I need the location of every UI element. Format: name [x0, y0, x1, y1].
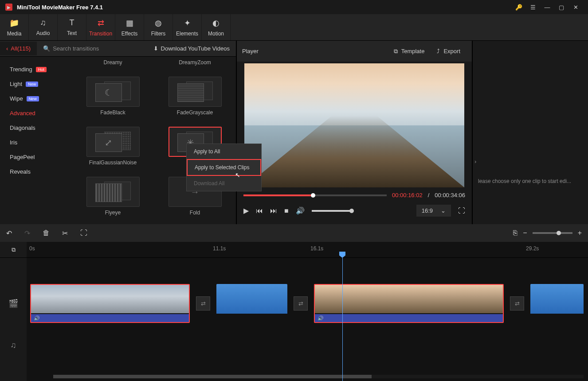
volume-slider[interactable]: [312, 210, 352, 212]
trans-dreamyzoom[interactable]: DreamyZoom: [163, 59, 227, 71]
title-bar: ▶ MiniTool MovieMaker Free 7.4.1 🔑 ☰ — ▢…: [0, 0, 588, 14]
trans-finalgaussian[interactable]: ⤢FinalGaussianNoise: [81, 127, 145, 171]
all-filter[interactable]: ‹All(115): [0, 42, 37, 55]
preview-still: [244, 63, 464, 187]
export-button[interactable]: ⤴Export: [431, 48, 466, 54]
maximize-button[interactable]: ▢: [554, 0, 568, 14]
cat-wipe[interactable]: WipeNew: [0, 91, 67, 106]
delete-button[interactable]: 🗑: [43, 229, 50, 237]
tab-text[interactable]: TText: [58, 14, 86, 40]
timeline-scrollbar[interactable]: [53, 375, 584, 378]
cat-light[interactable]: LightNew: [0, 77, 67, 91]
split-button[interactable]: ✂: [62, 229, 68, 237]
play-button[interactable]: ▶: [243, 206, 249, 215]
properties-hint: lease choose only one clip to start edi.…: [478, 178, 571, 184]
prev-frame-button[interactable]: ⏮: [256, 207, 263, 215]
ctx-apply-all[interactable]: Apply to All: [187, 144, 261, 159]
time-duration: 00:00:34:06: [435, 192, 465, 198]
next-frame-button[interactable]: ⏭: [270, 207, 277, 215]
fit-button[interactable]: ⎘: [513, 229, 517, 237]
flyeye-thumb: [86, 177, 140, 207]
tab-filters[interactable]: ◍Filters: [144, 14, 173, 40]
playhead[interactable]: [342, 252, 345, 381]
player-title: Player: [242, 48, 388, 54]
main-toolbar: 📁Media ♫Audio TText ⇄Transition ▦Effects…: [0, 14, 588, 41]
export-icon: ⤴: [437, 48, 440, 54]
fullscreen-button[interactable]: ⛶: [458, 207, 465, 215]
chevron-right-icon[interactable]: ›: [474, 158, 476, 165]
zoom-out-button[interactable]: −: [523, 229, 527, 237]
effects-icon: ▦: [126, 18, 133, 28]
aspect-ratio-select[interactable]: 16:9⌄: [416, 205, 451, 217]
cat-advanced[interactable]: Advanced: [0, 106, 67, 121]
template-icon: ⧉: [394, 48, 398, 55]
clip-1[interactable]: 🔊: [30, 284, 190, 323]
transition-slot-1[interactable]: ⇄: [196, 296, 210, 311]
category-list: TrendingHot LightNew WipeNew Advanced Di…: [0, 57, 67, 224]
trans-fadeblack[interactable]: ☾FadeBlack: [81, 77, 145, 121]
video-preview[interactable]: [240, 63, 469, 187]
cat-pagepeel[interactable]: PagePeel: [0, 150, 67, 164]
key-icon[interactable]: 🔑: [512, 0, 526, 14]
transition-icon: ⇄: [98, 18, 104, 28]
time-current: 00:00:16:02: [392, 192, 423, 198]
search-icon: 🔍: [43, 45, 50, 52]
add-track-button[interactable]: ⧉: [0, 242, 27, 258]
transition-slot-3[interactable]: ⇄: [510, 296, 524, 311]
stop-button[interactable]: ■: [284, 207, 289, 215]
tab-motion[interactable]: ◐Motion: [202, 14, 231, 40]
speaker-icon: 🔊: [34, 315, 40, 321]
fadeblack-thumb: ☾: [86, 77, 140, 107]
player-panel: Player ⧉Template ⤴Export 00:00:16:02 / 0…: [237, 41, 472, 224]
audio-track-icon: ♫: [0, 324, 27, 366]
hot-badge: Hot: [36, 67, 47, 72]
finalgaussian-thumb: ⤢: [86, 127, 140, 157]
transition-slot-2[interactable]: ⇄: [294, 296, 308, 311]
music-icon: ♫: [40, 18, 46, 27]
zoom-slider[interactable]: [533, 232, 572, 234]
text-icon: T: [70, 18, 74, 27]
folder-icon: 📁: [9, 18, 19, 28]
context-menu: Apply to All Apply to Selected Clips Dow…: [186, 144, 262, 191]
ctx-apply-selected[interactable]: Apply to Selected Clips: [187, 159, 261, 176]
tab-elements[interactable]: ✦Elements: [173, 14, 202, 40]
ruler-tick: 16.1s: [310, 245, 323, 252]
trans-fadegrayscale[interactable]: FadeGrayscale: [163, 77, 227, 121]
download-youtube[interactable]: ⬇Download YouTube Videos: [147, 45, 236, 52]
close-button[interactable]: ✕: [568, 0, 583, 14]
cat-reveals[interactable]: Reveals: [0, 164, 67, 179]
ruler-tick: 11.1s: [213, 245, 226, 252]
progress-handle[interactable]: [311, 193, 315, 198]
tab-audio[interactable]: ♫Audio: [29, 14, 58, 40]
undo-button[interactable]: ↶: [6, 229, 12, 237]
volume-icon[interactable]: 🔊: [296, 206, 305, 215]
redo-button[interactable]: ↷: [24, 229, 30, 237]
search-transitions[interactable]: 🔍Search transitions: [37, 45, 147, 52]
motion-icon: ◐: [212, 18, 220, 28]
ruler-tick: 29.2s: [526, 245, 539, 252]
zoom-in-button[interactable]: +: [578, 229, 582, 237]
download-icon: ⬇: [153, 45, 158, 52]
minimize-button[interactable]: —: [540, 0, 554, 14]
ctx-download-all[interactable]: Download All: [187, 176, 261, 191]
menu-icon[interactable]: ☰: [526, 0, 540, 14]
clip-2[interactable]: [216, 284, 287, 323]
trans-dreamy[interactable]: Dreamy: [81, 59, 145, 71]
cat-iris[interactable]: Iris: [0, 135, 67, 150]
speaker-icon: 🔊: [318, 315, 324, 321]
crop-button[interactable]: ⛶: [80, 229, 87, 237]
video-track[interactable]: 🔊 ⇄ ⇄ 🔊 ⇄: [27, 283, 588, 324]
template-button[interactable]: ⧉Template: [388, 48, 431, 55]
cat-diagonals[interactable]: Diagonals: [0, 121, 67, 135]
tab-media[interactable]: 📁Media: [0, 14, 29, 40]
clip-4[interactable]: [530, 284, 584, 323]
trans-flyeye[interactable]: Flyeye: [81, 177, 145, 222]
progress-bar[interactable]: [243, 194, 387, 196]
transitions-grid[interactable]: Dreamy DreamyZoom ☾FadeBlack FadeGraysca…: [67, 57, 236, 224]
timeline-ruler[interactable]: 0s 11.1s 16.1s 29.2s: [27, 242, 588, 258]
tab-transition[interactable]: ⇄Transition: [86, 14, 115, 40]
new-badge: New: [26, 82, 38, 87]
timeline: ⧉ 🎬 ♫ 0s 11.1s 16.1s 29.2s 🔊 ⇄ ⇄ 🔊 ⇄: [0, 242, 588, 381]
cat-trending[interactable]: TrendingHot: [0, 62, 67, 77]
tab-effects[interactable]: ▦Effects: [115, 14, 144, 40]
